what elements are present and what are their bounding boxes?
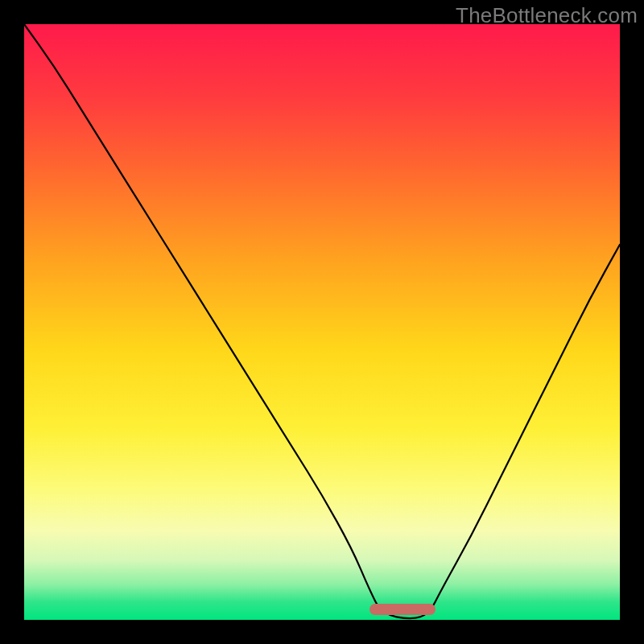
chart-plot-area: [24, 24, 620, 620]
optimal-range-marker: [369, 604, 435, 615]
chart-frame: TheBottleneck.com: [0, 0, 644, 644]
bottleneck-curve: [24, 24, 620, 620]
